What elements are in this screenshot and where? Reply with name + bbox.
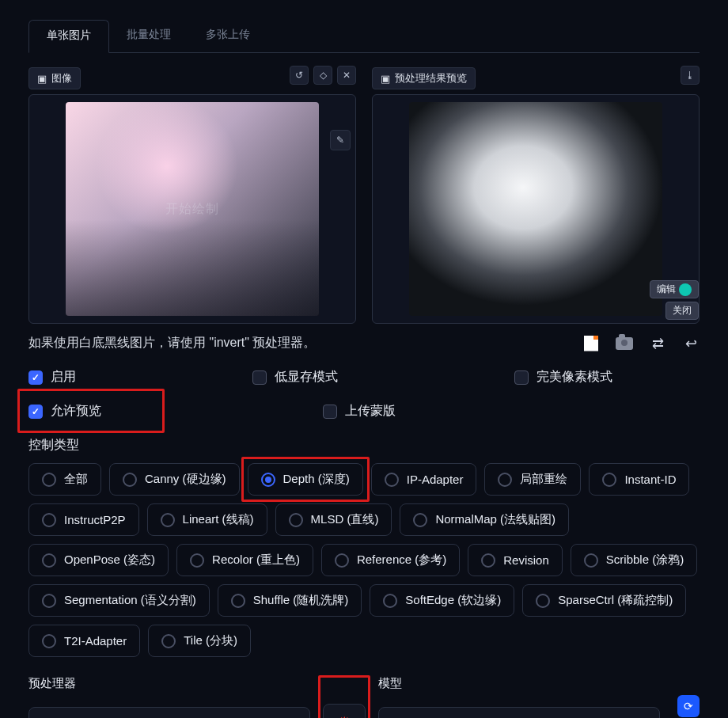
radio-dot-icon <box>536 594 550 608</box>
allow-preview-label: 允许预览 <box>51 403 101 420</box>
enable-label: 启用 <box>51 369 76 386</box>
radio-dot-icon <box>335 553 349 568</box>
control-type-label: InstructP2P <box>64 513 126 526</box>
control-type-instant-id[interactable]: Instant-ID <box>589 463 689 496</box>
control-type-sparsectrl[interactable]: SparseCtrl (稀疏控制) <box>522 584 686 617</box>
radio-dot-icon <box>231 594 245 608</box>
control-type-label: Lineart (线稿) <box>183 512 254 527</box>
control-type-reference[interactable]: Reference (参考) <box>321 544 460 576</box>
radio-dot-icon <box>498 473 512 487</box>
input-image-canvas[interactable]: 开始绘制 ✎ <box>28 94 356 324</box>
control-type-label: Scribble (涂鸦) <box>606 553 684 568</box>
control-type-softedge[interactable]: SoftEdge (软边缘) <box>370 584 514 617</box>
control-type-normalmap[interactable]: NormalMap (法线贴图) <box>400 503 569 536</box>
control-type-label: 全部 <box>64 472 88 487</box>
control-type-label: Shuffle (随机洗牌) <box>253 593 349 608</box>
input-image-overlay-text: 开始绘制 <box>165 201 219 218</box>
preview-image-card: ▣ 预处理结果预览 ⭳ 编辑 关闭 <box>372 67 700 324</box>
control-type-[interactable]: 全部 <box>28 463 101 496</box>
radio-dot-icon <box>161 634 176 648</box>
control-type-[interactable]: 局部重绘 <box>484 463 581 496</box>
preprocessor-label: 预处理器 <box>28 676 310 691</box>
edit-button[interactable]: 编辑 <box>650 280 699 298</box>
radio-dot-icon <box>261 473 275 487</box>
tab-batch[interactable]: 批量处理 <box>109 20 188 53</box>
radio-dot-icon <box>584 553 598 568</box>
control-type-instructp2p[interactable]: InstructP2P <box>28 503 139 536</box>
close-icon[interactable]: ✕ <box>337 66 356 85</box>
photopea-icon <box>679 283 692 296</box>
camera-icon[interactable] <box>616 336 633 351</box>
new-canvas-icon[interactable] <box>582 336 600 351</box>
radio-dot-icon <box>161 513 175 527</box>
tab-single-image[interactable]: 单张图片 <box>28 20 109 53</box>
control-type-label: Reference (参考) <box>357 553 446 568</box>
radio-dot-icon <box>42 634 56 648</box>
enable-checkbox[interactable] <box>28 370 43 385</box>
control-type-lineart[interactable]: Lineart (线稿) <box>147 503 267 536</box>
radio-dot-icon <box>190 553 204 568</box>
control-type-segmentation[interactable]: Segmentation (语义分割) <box>28 584 210 617</box>
control-type-canny[interactable]: Canny (硬边缘) <box>109 463 240 496</box>
control-type-recolor[interactable]: Recolor (重上色) <box>176 544 313 576</box>
pencil-icon[interactable]: ✎ <box>330 130 351 150</box>
lowvram-label: 低显存模式 <box>275 369 338 386</box>
image-icon: ▣ <box>37 73 47 85</box>
send-back-icon[interactable]: ↩ <box>682 336 700 351</box>
control-type-openpose[interactable]: OpenPose (姿态) <box>28 544 169 576</box>
preview-image-title: ▣ 预处理结果预览 <box>372 67 476 89</box>
close-preview-button[interactable]: 关闭 <box>665 302 699 320</box>
swap-icon[interactable]: ⇄ <box>649 336 666 351</box>
radio-dot-icon <box>602 473 616 487</box>
control-type-label: T2I-Adapter <box>64 634 127 648</box>
tab-multi-upload[interactable]: 多张上传 <box>188 20 267 53</box>
radio-dot-icon <box>383 594 397 608</box>
control-type-label: IP-Adapter <box>407 473 464 486</box>
radio-dot-icon <box>42 513 56 527</box>
preprocessor-select[interactable]: depth_midas ▾ <box>28 707 310 718</box>
control-type-shuffle[interactable]: Shuffle (随机洗牌) <box>218 584 362 617</box>
control-type-label: Depth (深度) <box>283 472 350 487</box>
control-type-mlsd[interactable]: MLSD (直线) <box>275 503 392 536</box>
control-type-t2i-adapter[interactable]: T2I-Adapter <box>28 625 140 657</box>
erase-icon[interactable]: ◇ <box>313 66 332 85</box>
radio-dot-icon <box>42 553 56 568</box>
allow-preview-checkbox[interactable] <box>28 405 43 419</box>
image-icon: ▣ <box>381 73 390 85</box>
control-type-label: Tile (分块) <box>184 633 237 648</box>
model-label: 模型 <box>378 676 660 691</box>
radio-dot-icon <box>413 513 427 527</box>
control-type-ip-adapter[interactable]: IP-Adapter <box>371 463 477 496</box>
control-type-label: OpenPose (姿态) <box>64 553 155 568</box>
input-image-title-text: 图像 <box>51 71 72 85</box>
control-type-revision[interactable]: Revision <box>468 544 563 576</box>
download-icon[interactable]: ⭳ <box>681 66 700 85</box>
preview-image-canvas: 编辑 关闭 <box>372 94 700 324</box>
preview-image-title-text: 预处理结果预览 <box>395 71 467 85</box>
undo-icon[interactable]: ↺ <box>290 66 309 85</box>
upload-mask-checkbox[interactable] <box>323 405 337 419</box>
control-type-title: 控制类型 <box>28 437 700 454</box>
lowvram-checkbox[interactable] <box>252 370 267 385</box>
upload-mask-label: 上传蒙版 <box>345 403 396 420</box>
radio-dot-icon <box>42 594 56 608</box>
pixel-perfect-checkbox[interactable] <box>514 370 529 385</box>
model-select[interactable]: control_v11f1p_sd15_depth_fp16 [4b72d ▾ <box>378 707 660 718</box>
run-preprocessor-button[interactable]: ✹ <box>323 704 366 718</box>
pixel-perfect-label: 完美像素模式 <box>537 369 612 386</box>
control-type-label: MLSD (直线) <box>311 512 379 527</box>
radio-dot-icon <box>385 473 399 487</box>
radio-dot-icon <box>481 553 495 568</box>
image-source-tabs: 单张图片 批量处理 多张上传 <box>28 19 700 53</box>
input-image-title: ▣ 图像 <box>28 67 81 89</box>
control-type-label: 局部重绘 <box>520 472 567 487</box>
control-type-radio-group: 全部Canny (硬边缘)Depth (深度)IP-Adapter局部重绘Ins… <box>28 463 700 657</box>
refresh-models-button[interactable]: ⟳ <box>677 695 700 717</box>
control-type-tile[interactable]: Tile (分块) <box>148 625 251 657</box>
control-type-label: Canny (硬边缘) <box>145 472 226 487</box>
radio-dot-icon <box>42 473 56 487</box>
control-type-depth[interactable]: Depth (深度) <box>248 463 363 496</box>
input-image-card: ▣ 图像 ↺ ◇ ✕ 开始绘制 ✎ <box>28 67 356 324</box>
control-type-scribble[interactable]: Scribble (涂鸦) <box>571 544 697 576</box>
control-type-label: Segmentation (语义分割) <box>64 593 196 608</box>
